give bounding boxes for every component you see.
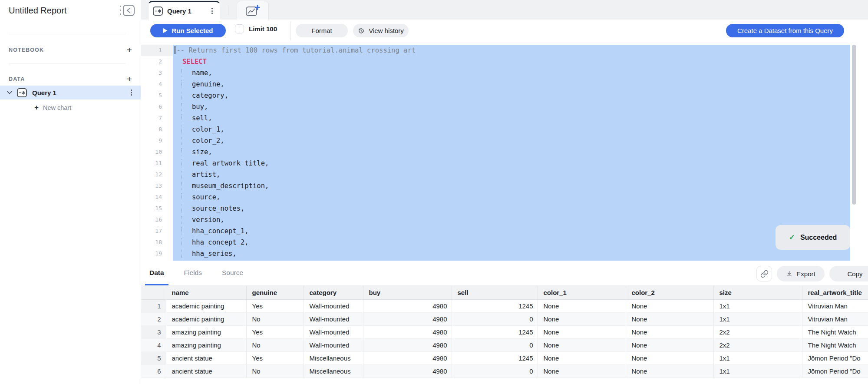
tab-fields[interactable]: Fields (180, 262, 206, 285)
table-cell: None (626, 338, 713, 351)
notebook-app: Untitled Report NOTEBOOK + DATA + (0, 0, 868, 384)
table-cell: The Night Watch (802, 338, 868, 351)
column-header-color_1[interactable]: color_1 (538, 286, 626, 299)
tab-data[interactable]: Data (145, 262, 168, 285)
create-dataset-label: Create a Dataset from this Query (737, 27, 833, 34)
code-line[interactable]: version, (173, 214, 850, 225)
table-cell: None (626, 364, 713, 377)
row-number: 1 (141, 299, 166, 312)
run-selected-button[interactable]: Run Selected (150, 24, 226, 37)
table-row[interactable]: 4amazing paintingNoWall-mounted49800None… (141, 338, 868, 351)
code-line[interactable]: size, (173, 146, 850, 158)
line-number: 11 (141, 158, 173, 169)
table-cell: None (626, 325, 713, 338)
table-row[interactable]: 2academic paintingNoWall-mounted49800Non… (141, 312, 868, 325)
table-cell: None (538, 351, 626, 364)
results-tabs: Data Fields Source (145, 262, 259, 285)
add-data-button[interactable]: + (127, 75, 132, 83)
copy-button[interactable]: Copy (829, 266, 868, 281)
line-number: 2 (141, 56, 173, 67)
code-line[interactable]: name, (173, 67, 850, 79)
view-history-button[interactable]: View history (353, 24, 409, 37)
code-line[interactable]: color_2, (173, 135, 850, 146)
row-number: 3 (141, 325, 166, 338)
tab-new-chart-cell[interactable] (237, 1, 269, 20)
line-number: 4 (141, 79, 173, 90)
table-cell: None (538, 338, 626, 351)
table-cell: Wall-mounted (304, 312, 363, 325)
link-icon (760, 270, 769, 278)
tab-menu-kebab-icon[interactable] (210, 6, 215, 16)
code-line[interactable]: -- Returns first 100 rows from tutorial.… (173, 45, 850, 56)
table-cell: 4980 (363, 312, 452, 325)
column-header-name[interactable]: name (166, 286, 246, 299)
line-number: 13 (141, 180, 173, 192)
table-cell: Yes (246, 299, 304, 312)
column-header-buy[interactable]: buy (363, 286, 452, 299)
notebook-section-header: NOTEBOOK + (9, 45, 132, 55)
table-row[interactable]: 3amazing paintingYesWall-mounted49801245… (141, 325, 868, 338)
query-menu-kebab-icon[interactable] (129, 88, 134, 97)
chevron-down-icon[interactable] (7, 91, 12, 94)
row-number: 5 (141, 351, 166, 364)
code-line[interactable]: SELECT (173, 56, 850, 67)
column-header-genuine[interactable]: genuine (246, 286, 304, 299)
table-cell: academic painting (166, 299, 246, 312)
code-line[interactable]: real_artwork_title, (173, 158, 850, 169)
row-number: 4 (141, 338, 166, 351)
tab-query1[interactable]: Query 1 (148, 1, 220, 20)
add-notebook-cell-button[interactable]: + (127, 46, 132, 54)
tab-divider (228, 5, 228, 15)
column-header-category[interactable]: category (304, 286, 363, 299)
download-icon (786, 271, 792, 277)
play-icon (163, 28, 168, 33)
column-header-real_artwork_title[interactable]: real_artwork_title (802, 286, 868, 299)
table-cell: 0 (452, 338, 538, 351)
code-line[interactable]: genuine, (173, 79, 850, 90)
table-cell: 1x1 (713, 299, 802, 312)
sql-cell-icon (153, 7, 163, 16)
editor-scrollbar[interactable] (852, 45, 856, 205)
share-link-button[interactable] (756, 266, 772, 281)
code-line[interactable]: source, (173, 192, 850, 203)
table-cell: None (538, 364, 626, 377)
report-title[interactable]: Untitled Report (9, 6, 66, 16)
plus-icon: + (34, 103, 39, 112)
code-line[interactable]: hha_concept_2, (173, 237, 850, 248)
table-cell: No (246, 364, 304, 377)
table-row[interactable]: 5ancient statueYesMiscellaneous49801245N… (141, 351, 868, 364)
results-header: Data Fields Source (141, 262, 868, 286)
code-area[interactable]: -- Returns first 100 rows from tutorial.… (173, 45, 850, 261)
format-button[interactable]: Format (296, 24, 348, 37)
table-cell: Wall-mounted (304, 338, 363, 351)
sql-editor[interactable]: 12345678910111213141516171819 -- Returns… (141, 42, 868, 262)
export-button[interactable]: Export (777, 266, 825, 281)
limit-checkbox[interactable] (235, 24, 244, 33)
table-cell: Vitruvian Man (802, 312, 868, 325)
create-dataset-button[interactable]: Create a Dataset from this Query (726, 24, 844, 37)
code-line[interactable]: hha_series, (173, 248, 850, 259)
table-row[interactable]: 1academic paintingYesWall-mounted4980124… (141, 299, 868, 312)
sidebar-item-new-chart[interactable]: + New chart (0, 101, 141, 114)
code-line[interactable]: category, (173, 90, 850, 101)
sidebar-item-query1[interactable]: Query 1 (0, 86, 141, 99)
line-number: 14 (141, 192, 173, 203)
table-row[interactable]: 6ancient statueNoMiscellaneous49800NoneN… (141, 364, 868, 377)
main-panel: Query 1 Run Selected (141, 0, 868, 384)
code-line[interactable]: buy, (173, 101, 850, 113)
code-line[interactable]: museum_description, (173, 180, 850, 192)
collapse-sidebar-icon[interactable] (119, 5, 135, 16)
tab-source[interactable]: Source (218, 262, 248, 285)
code-line[interactable]: sell, (173, 113, 850, 124)
code-line[interactable]: artist, (173, 169, 850, 180)
column-header-color_2[interactable]: color_2 (626, 286, 713, 299)
table-cell: 2x2 (713, 325, 802, 338)
table-header-row: namegenuinecategorybuysellcolor_1color_2… (141, 286, 868, 299)
code-line[interactable]: hha_concept_1, (173, 225, 850, 237)
code-line[interactable]: source_notes, (173, 203, 850, 214)
code-line[interactable]: color_1, (173, 124, 850, 135)
column-header-size[interactable]: size (713, 286, 802, 299)
column-header-sell[interactable]: sell (452, 286, 538, 299)
line-number: 16 (141, 214, 173, 225)
check-icon: ✓ (789, 233, 795, 242)
